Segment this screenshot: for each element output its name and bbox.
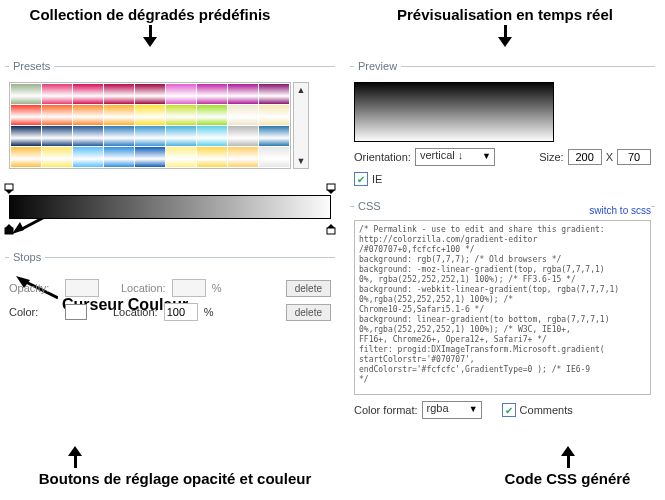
preset-swatch[interactable] (166, 147, 196, 167)
preset-swatch[interactable] (104, 105, 134, 125)
preset-swatch[interactable] (228, 126, 258, 146)
preset-swatch[interactable] (135, 126, 165, 146)
arrow-up-icon (558, 446, 578, 468)
preset-swatch[interactable] (11, 126, 41, 146)
preset-swatch[interactable] (166, 126, 196, 146)
comments-checkbox[interactable] (502, 403, 516, 417)
preset-swatch[interactable] (135, 84, 165, 104)
preset-swatch[interactable] (104, 126, 134, 146)
delete-opacity-button[interactable]: delete (286, 280, 331, 297)
preset-swatch[interactable] (42, 147, 72, 167)
preset-swatch[interactable] (259, 147, 289, 167)
css-panel: CSS switch to scss /* Permalink - use to… (350, 200, 655, 423)
preset-swatch[interactable] (197, 147, 227, 167)
color-stop-handle[interactable] (326, 223, 336, 235)
stops-legend: Stops (9, 251, 45, 263)
presets-legend: Presets (9, 60, 54, 72)
preset-swatch[interactable] (259, 126, 289, 146)
preset-swatch[interactable] (42, 105, 72, 125)
svg-rect-3 (327, 228, 335, 234)
size-width-input[interactable] (568, 149, 602, 165)
preset-swatch[interactable] (197, 105, 227, 125)
color-label: Color: (9, 306, 59, 318)
preset-swatch[interactable] (11, 105, 41, 125)
preset-swatch[interactable] (73, 105, 103, 125)
opacity-label: Opacity: (9, 282, 59, 294)
preset-swatch[interactable] (197, 126, 227, 146)
preset-scrollbar[interactable]: ▲ ▼ (293, 82, 309, 169)
delete-color-button[interactable]: delete (286, 304, 331, 321)
comments-label: Comments (520, 404, 573, 416)
preset-swatch[interactable] (135, 105, 165, 125)
preview-panel: Preview Orientation: vertical ↓ Size: X … (350, 60, 655, 190)
color-format-select[interactable]: rgba (422, 401, 482, 419)
preset-swatch[interactable] (228, 105, 258, 125)
svg-rect-0 (5, 184, 13, 190)
opacity-input[interactable] (65, 279, 99, 297)
preset-swatch[interactable] (197, 84, 227, 104)
preset-swatch[interactable] (104, 84, 134, 104)
svg-rect-1 (327, 184, 335, 190)
svg-rect-2 (5, 228, 13, 234)
gradient-editor (9, 195, 331, 223)
preset-swatch[interactable] (228, 147, 258, 167)
opacity-stop-handle[interactable] (326, 183, 336, 195)
preset-swatch[interactable] (166, 105, 196, 125)
preset-swatch[interactable] (166, 84, 196, 104)
color-format-label: Color format: (354, 404, 418, 416)
preview-box (354, 82, 554, 142)
scroll-down-icon[interactable]: ▼ (297, 154, 306, 168)
arrow-down-icon (495, 25, 515, 47)
preset-swatch[interactable] (73, 126, 103, 146)
size-label: Size: (539, 151, 563, 163)
opacity-location-input[interactable] (172, 279, 206, 297)
percent-symbol: % (212, 282, 222, 294)
switch-to-scss-link[interactable]: switch to scss (589, 205, 651, 216)
annotation-controls: Boutons de réglage opacité et couleur (5, 446, 345, 487)
annotation-css: Code CSS généré (480, 446, 655, 487)
orientation-select[interactable]: vertical ↓ (415, 148, 495, 166)
preset-swatch[interactable] (11, 84, 41, 104)
annotation-preview: Prévisualisation en temps réel (355, 6, 655, 47)
preset-swatch[interactable] (11, 147, 41, 167)
stops-panel: Stops Opacity: Location: % delete Color:… (5, 251, 335, 331)
preset-swatch[interactable] (135, 147, 165, 167)
preset-swatch[interactable] (73, 84, 103, 104)
annotation-presets: Collection de dégradés prédéfinis (5, 6, 295, 47)
color-chip[interactable] (65, 304, 87, 320)
size-height-input[interactable] (617, 149, 651, 165)
preset-swatch[interactable] (259, 105, 289, 125)
location-label: Location: (121, 282, 166, 294)
color-location-input[interactable] (164, 303, 198, 321)
arrow-down-icon (140, 25, 160, 47)
arrow-up-icon (65, 446, 85, 468)
preset-swatch[interactable] (42, 84, 72, 104)
preview-legend: Preview (354, 60, 401, 72)
preset-swatch[interactable] (73, 147, 103, 167)
location-label: Location: (113, 306, 158, 318)
presets-panel: Presets ▲ ▼ (5, 60, 335, 173)
size-x: X (606, 151, 613, 163)
preset-swatch[interactable] (42, 126, 72, 146)
css-output[interactable]: /* Permalink - use to edit and share thi… (354, 220, 651, 395)
orientation-label: Orientation: (354, 151, 411, 163)
ie-checkbox[interactable] (354, 172, 368, 186)
color-stop-handle[interactable] (4, 223, 14, 235)
preset-grid (9, 82, 291, 169)
preset-swatch[interactable] (104, 147, 134, 167)
scroll-up-icon[interactable]: ▲ (297, 83, 306, 97)
gradient-bar[interactable] (9, 195, 331, 219)
preset-swatch[interactable] (259, 84, 289, 104)
percent-symbol: % (204, 306, 214, 318)
ie-label: IE (372, 173, 382, 185)
opacity-stop-handle[interactable] (4, 183, 14, 195)
preset-swatch[interactable] (228, 84, 258, 104)
